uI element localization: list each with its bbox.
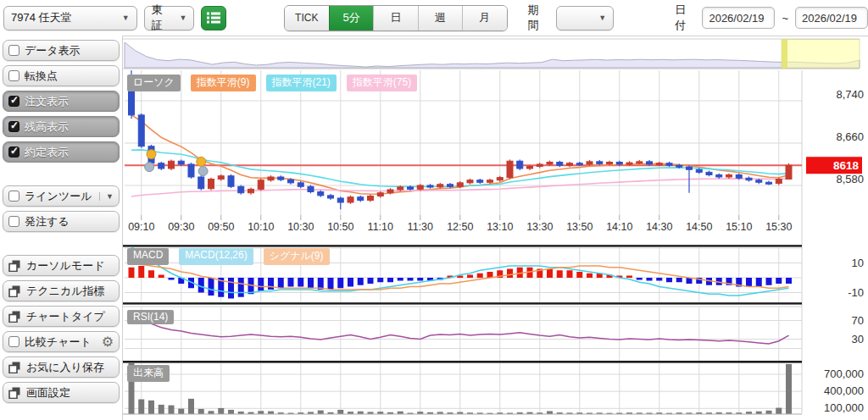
sidebar-item-place-order[interactable]: 発注する <box>3 211 120 232</box>
checkbox-icon <box>8 70 19 81</box>
sidebar-item-balance-display[interactable]: 残高表示 <box>3 116 120 137</box>
chart-canvas[interactable]: 09:1009:3009:5010:1010:3010:5011:1011:30… <box>123 36 868 420</box>
interval-5min-button[interactable]: 5分 <box>329 6 373 30</box>
checkbox-checked-icon <box>8 96 19 107</box>
interval-day-button[interactable]: 日 <box>373 6 417 30</box>
svg-text:12:50: 12:50 <box>447 221 473 233</box>
period-select[interactable]: ▼ <box>556 6 614 30</box>
svg-text:13:10: 13:10 <box>487 221 513 233</box>
legend-macd: MACD <box>127 248 169 265</box>
exchange-select-value: 東証 <box>152 3 173 33</box>
checkbox-icon <box>8 336 19 347</box>
svg-text:8,740: 8,740 <box>836 88 864 101</box>
macd-legend: MACD MACD(12,26) シグナル(9) <box>127 248 340 265</box>
legend-macd-line: MACD(12,26) <box>179 248 253 265</box>
rsi-legend: RSI(14) <box>127 310 184 324</box>
legend-macd-signal: シグナル(9) <box>264 248 330 265</box>
svg-text:09:30: 09:30 <box>168 221 194 233</box>
stock-select-value: 7974 任天堂 <box>11 10 72 25</box>
interval-tick-button[interactable]: TICK <box>285 6 329 30</box>
windows-icon <box>8 285 21 297</box>
interval-button-group: TICK 5分 日 週 月 <box>284 5 508 31</box>
svg-text:14:50: 14:50 <box>686 221 712 233</box>
svg-text:8,660: 8,660 <box>836 130 864 143</box>
checkbox-checked-icon <box>8 121 19 132</box>
exchange-select[interactable]: 東証 ▼ <box>144 6 195 30</box>
svg-text:09:50: 09:50 <box>208 221 234 233</box>
svg-text:30: 30 <box>852 333 864 345</box>
checkbox-icon <box>8 191 19 202</box>
stock-list-button[interactable] <box>201 6 225 30</box>
chart-area[interactable]: 09:1009:3009:5010:1010:3010:5011:1011:30… <box>122 36 868 420</box>
sidebar-item-order-display[interactable]: 注文表示 <box>3 91 120 112</box>
svg-text:11:10: 11:10 <box>368 221 393 233</box>
windows-icon <box>8 362 21 373</box>
date-label: 日付 <box>675 3 696 33</box>
chevron-down-icon: ▼ <box>598 14 606 22</box>
svg-text:8618: 8618 <box>833 159 860 172</box>
main-chart-legend: ローソク 指数平滑(9) 指数平滑(21) 指数平滑(75) <box>127 75 427 91</box>
gear-icon[interactable]: ⚙ <box>102 335 114 349</box>
sidebar-item-execution-display[interactable]: 約定表示 <box>3 141 120 163</box>
chevron-down-icon[interactable]: ▼ <box>99 192 114 201</box>
windows-icon <box>8 387 21 399</box>
windows-icon <box>8 260 21 272</box>
svg-text:14:10: 14:10 <box>606 221 632 233</box>
date-range-separator: ~ <box>782 12 788 25</box>
svg-text:10: 10 <box>852 257 864 269</box>
legend-ema9: 指数平滑(9) <box>191 75 256 91</box>
svg-text:10:50: 10:50 <box>327 221 353 233</box>
sidebar-item-line-tool[interactable]: ラインツール ▼ <box>3 185 120 207</box>
svg-text:100,000: 100,000 <box>824 401 864 414</box>
svg-text:13:50: 13:50 <box>566 221 593 233</box>
interval-month-button[interactable]: 月 <box>462 6 506 30</box>
checkbox-icon <box>8 45 19 56</box>
sidebar-item-data-display[interactable]: データ表示 <box>3 40 120 61</box>
date-from-input[interactable] <box>702 7 775 29</box>
svg-text:10:30: 10:30 <box>287 221 314 233</box>
sidebar-item-screen-settings[interactable]: 画面設定 <box>3 382 120 403</box>
sidebar-item-cursor-mode[interactable]: カーソルモード <box>3 255 120 276</box>
legend-rsi: RSI(14) <box>127 310 174 324</box>
sidebar-item-save-favorite[interactable]: お気に入り保存 <box>3 356 120 378</box>
legend-volume: 出来高 <box>127 365 170 382</box>
svg-text:15:30: 15:30 <box>765 221 792 233</box>
svg-text:09:10: 09:10 <box>128 221 154 233</box>
sidebar-item-compare-chart[interactable]: 比較チャート ⚙ <box>3 331 120 352</box>
svg-text:400,000: 400,000 <box>824 384 864 397</box>
svg-text:10:10: 10:10 <box>248 221 274 233</box>
svg-text:13:30: 13:30 <box>526 221 553 233</box>
svg-text:8,580: 8,580 <box>836 173 864 185</box>
list-icon <box>206 11 221 25</box>
volume-legend: 出来高 <box>127 365 180 382</box>
period-label: 期間 <box>528 3 549 33</box>
chevron-down-icon: ▼ <box>179 14 186 22</box>
checkbox-checked-icon <box>8 146 19 158</box>
svg-text:70: 70 <box>852 314 864 327</box>
sidebar-item-technical-indicator[interactable]: テクニカル指標 <box>3 280 120 301</box>
legend-ema21: 指数平滑(21) <box>266 75 337 91</box>
chevron-down-icon: ▼ <box>122 14 130 22</box>
stock-select[interactable]: 7974 任天堂 ▼ <box>3 6 137 30</box>
windows-icon <box>8 311 21 323</box>
svg-text:700,000: 700,000 <box>824 368 864 380</box>
sidebar-item-chart-type[interactable]: チャートタイプ <box>3 306 120 327</box>
checkbox-icon <box>8 216 19 227</box>
sidebar: データ表示 転換点 注文表示 残高表示 約定表示 ラインツール ▼ 発注する カ… <box>0 36 122 420</box>
legend-candle: ローソク <box>127 75 181 91</box>
svg-text:14:30: 14:30 <box>646 221 672 233</box>
sidebar-item-turning-point[interactable]: 転換点 <box>3 65 120 86</box>
svg-text:11:30: 11:30 <box>408 221 433 233</box>
legend-ema75: 指数平滑(75) <box>347 75 417 91</box>
toolbar: 7974 任天堂 ▼ 東証 ▼ TICK 5分 日 週 月 期間 ▼ 日付 ~ <box>0 0 868 36</box>
date-to-input[interactable] <box>795 7 868 29</box>
svg-text:15:10: 15:10 <box>726 221 752 233</box>
interval-week-button[interactable]: 週 <box>418 6 462 30</box>
svg-text:-10: -10 <box>848 286 864 299</box>
